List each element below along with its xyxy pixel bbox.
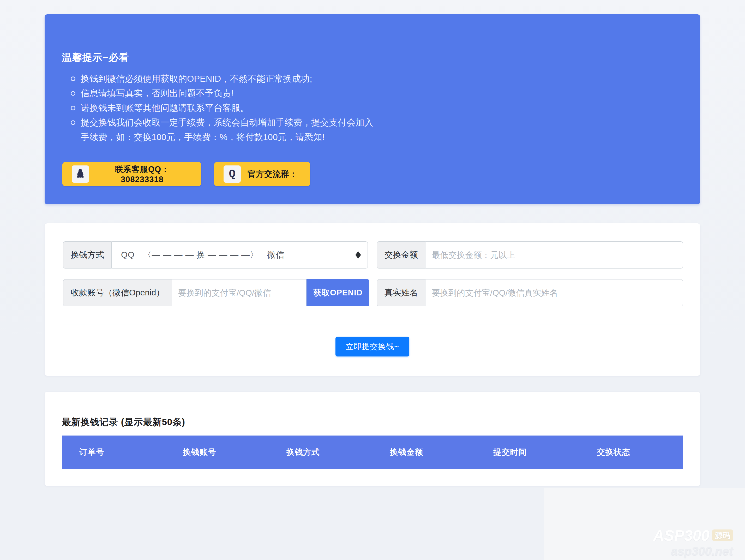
records-col-account: 换钱账号 [165, 447, 269, 458]
notice-bullet: 提交换钱我们会收取一定手续费，系统会自动增加手续费，提交支付会加入手续费，如：交… [71, 115, 379, 144]
records-col-amount: 换钱金额 [372, 447, 476, 458]
exchange-amount-group: 交换金额 [377, 241, 683, 269]
notice-banner: 温馨提示~必看 换钱到微信必须使用获取的OPENID，不然不能正常换成功; 信息… [44, 14, 700, 204]
page-background: 温馨提示~必看 换钱到微信必须使用获取的OPENID，不然不能正常换成功; 信息… [0, 0, 745, 560]
watermark-brand: ASP300 [653, 527, 710, 544]
watermark-site: asp300.net [653, 545, 733, 558]
notice-bullet: 换钱到微信必须使用获取的OPENID，不然不能正常换成功; [71, 71, 379, 86]
bottom-right-panel: ASP300 源码 asp300.net [544, 488, 745, 560]
exchange-amount-field-wrap [425, 241, 683, 269]
notice-buttons-row: 联系客服QQ：308233318 Q 官方交流群： [62, 162, 310, 186]
records-col-status: 交换状态 [579, 447, 683, 458]
qq-penguin-icon [72, 165, 89, 183]
official-group-label: 官方交流群： [241, 168, 309, 180]
contact-service-qq-button[interactable]: 联系客服QQ：308233318 [62, 162, 201, 186]
records-col-order-no: 订单号 [62, 447, 165, 458]
records-col-method: 换钱方式 [269, 447, 372, 458]
records-title: 最新换钱记录 (显示最新50条) [62, 416, 185, 428]
exchange-method-select[interactable]: QQ 〈— — — — 换 — — — —〉 微信 [111, 241, 368, 269]
get-openid-button[interactable]: 获取OPENID [306, 279, 369, 306]
receive-account-group: 收款账号（微信Openid） 获取OPENID [63, 279, 369, 306]
exchange-amount-label: 交换金额 [377, 241, 425, 269]
watermark-tag: 源码 [712, 529, 733, 541]
exchange-method-group: 换钱方式 QQ 〈— — — — 换 — — — —〉 微信 [63, 241, 368, 269]
select-updown-icon [356, 251, 361, 258]
receive-account-label: 收款账号（微信Openid） [63, 279, 172, 306]
exchange-amount-input[interactable] [425, 242, 683, 268]
notice-bullet: 诺换钱未到账等其他问题请联系平台客服。 [71, 100, 379, 115]
notice-bullet: 信息请填写真实，否则出问题不予负责! [71, 86, 379, 100]
form-divider [63, 324, 683, 325]
real-name-field-wrap [425, 279, 683, 306]
notice-bullet-list: 换钱到微信必须使用获取的OPENID，不然不能正常换成功; 信息请填写真实，否则… [71, 71, 379, 144]
notice-title: 温馨提示~必看 [62, 51, 129, 64]
asp300-watermark: ASP300 源码 asp300.net [653, 527, 733, 558]
contact-service-qq-label: 联系客服QQ：308233318 [89, 164, 199, 184]
records-col-submit-time: 提交时间 [476, 447, 579, 458]
group-q-icon: Q [224, 165, 241, 183]
exchange-method-label: 换钱方式 [63, 241, 111, 269]
official-group-button[interactable]: Q 官方交流群： [214, 162, 310, 186]
records-table-header: 订单号 换钱账号 换钱方式 换钱金额 提交时间 交换状态 [62, 436, 683, 469]
real-name-input[interactable] [425, 279, 683, 306]
exchange-method-selected-value: QQ 〈— — — — 换 — — — —〉 微信 [111, 249, 300, 261]
real-name-group: 真实姓名 [377, 279, 683, 306]
real-name-label: 真实姓名 [377, 279, 425, 306]
receive-account-field-wrap [172, 279, 306, 306]
receive-account-input[interactable] [172, 279, 306, 306]
submit-exchange-button[interactable]: 立即提交换钱~ [335, 337, 409, 356]
latest-records-card: 最新换钱记录 (显示最新50条) 订单号 换钱账号 换钱方式 换钱金额 提交时间… [44, 392, 700, 486]
exchange-form-card: 换钱方式 QQ 〈— — — — 换 — — — —〉 微信 交换金额 收款账号… [44, 223, 700, 376]
